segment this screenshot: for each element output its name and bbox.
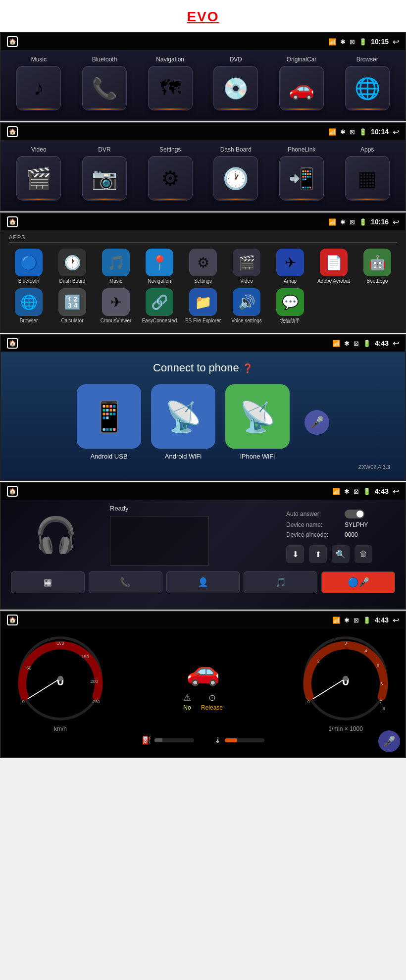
back-icon-3[interactable]: ↩: [393, 217, 399, 227]
app-small-wechat[interactable]: 💬 微信助手: [270, 288, 310, 324]
bt-grid-btn[interactable]: ▦: [11, 571, 85, 593]
app-phonelink[interactable]: PhoneLink 📲: [272, 146, 332, 201]
voice-button-6[interactable]: 🎤: [378, 730, 400, 752]
app-small-video[interactable]: 🎬 Video: [227, 249, 266, 284]
app-small-icon-voice[interactable]: 🔊: [233, 288, 260, 316]
connect-android-usb[interactable]: 📱 Android USB: [77, 384, 141, 460]
app-settings[interactable]: Settings ⚙: [140, 146, 200, 201]
app-navigation[interactable]: Navigation 🗺: [140, 56, 200, 110]
speedometer-svg: 0 50 100 150 200 260 0: [11, 633, 110, 723]
app-icon-music[interactable]: ♪: [16, 66, 61, 110]
back-icon-5[interactable]: ↩: [393, 487, 399, 496]
help-icon[interactable]: ❓: [242, 363, 253, 373]
app-bluetooth[interactable]: Bluetooth 📞: [75, 56, 135, 110]
app-small-amap[interactable]: ✈ Amap: [270, 249, 310, 284]
app-icon-settings[interactable]: ⚙: [148, 156, 193, 201]
app-small-icon-acrobat[interactable]: 📄: [320, 249, 348, 276]
bt-call-icon[interactable]: ⬆: [309, 545, 327, 563]
bt-search-contacts-icon[interactable]: ⬇: [286, 545, 304, 563]
app-small-dashboard[interactable]: 🕐 Dash Board: [52, 249, 92, 284]
app-small-icon-music[interactable]: 🎵: [102, 249, 130, 276]
settings-icon: ⚙: [161, 166, 180, 191]
app-small-icon-bootlogo[interactable]: 🤖: [363, 249, 391, 276]
home-icon-2[interactable]: 🏠: [7, 126, 18, 137]
speed-gauge-label: km/h: [54, 725, 67, 732]
svg-text:6: 6: [380, 681, 383, 686]
app-icon-phonelink[interactable]: 📲: [279, 156, 324, 201]
home-icon-4[interactable]: 🏠: [7, 338, 18, 349]
home-icon-6[interactable]: 🏠: [7, 615, 18, 625]
android-wifi-icon[interactable]: 📡: [151, 384, 215, 449]
cronus-small-icon: ✈: [110, 294, 122, 310]
home-icon-3[interactable]: 🏠: [7, 216, 18, 227]
app-small-voice[interactable]: 🔊 Voice settings: [227, 288, 266, 324]
app-small-calculator[interactable]: 🔢 Calculator: [52, 288, 92, 324]
bt-auto-answer-toggle[interactable]: [345, 510, 364, 518]
app-small-icon-browser[interactable]: 🌐: [15, 288, 43, 316]
home-icon-5[interactable]: 🏠: [7, 486, 18, 497]
app-small-icon-video[interactable]: 🎬: [233, 249, 260, 276]
screen-1: 🏠 📶 ✱ ⊠ 🔋 10:15 ↩ Music ♪ Bluetooth 📞: [0, 32, 406, 121]
app-small-settings[interactable]: ⚙ Settings: [183, 249, 223, 284]
voice-button-4[interactable]: 🎤: [304, 410, 329, 435]
app-small-easyconnect[interactable]: 🔗 EasyConnected: [140, 288, 179, 324]
app-apps[interactable]: Apps ▦: [337, 146, 397, 201]
connect-iphone-wifi[interactable]: 📡 iPhone WiFi: [225, 384, 290, 460]
app-icon-originalcar[interactable]: 🚗: [279, 66, 324, 110]
bt-music-btn[interactable]: 🎵: [244, 571, 317, 593]
connect-android-wifi[interactable]: 📡 Android WiFi: [151, 384, 215, 460]
wechat-small-icon: 💬: [282, 294, 299, 310]
app-small-icon-wechat[interactable]: 💬: [276, 288, 304, 316]
app-icon-navigation[interactable]: 🗺: [148, 66, 193, 110]
bootlogo-small-icon: 🤖: [369, 255, 386, 271]
app-dvd[interactable]: DVD 💿: [206, 56, 266, 110]
app-browser[interactable]: Browser 🌐: [337, 56, 397, 110]
app-small-music[interactable]: 🎵 Music: [96, 249, 136, 284]
back-icon-1[interactable]: ↩: [393, 37, 399, 47]
app-small-icon-bt[interactable]: 🔵: [15, 249, 43, 276]
app-icon-dvr[interactable]: 📷: [82, 156, 127, 201]
app-music[interactable]: Music ♪: [9, 56, 69, 110]
app-small-browser[interactable]: 🌐 Browser: [9, 288, 49, 324]
app-icon-browser[interactable]: 🌐: [345, 66, 390, 110]
app-small-icon-settings[interactable]: ⚙: [189, 249, 217, 276]
app-icon-apps[interactable]: ▦: [345, 156, 390, 201]
app-small-icon-amap[interactable]: ✈: [276, 249, 304, 276]
back-icon-2[interactable]: ↩: [393, 127, 399, 137]
bt-bt-btn[interactable]: 🔵🎤: [321, 571, 395, 593]
svg-line-20: [313, 678, 346, 699]
app-dvr[interactable]: DVR 📷: [75, 146, 135, 201]
home-icon-1[interactable]: 🏠: [7, 36, 18, 47]
android-usb-icon[interactable]: 📱: [77, 384, 141, 449]
app-small-navigation[interactable]: 📍 Navigation: [140, 249, 179, 284]
app-small-bluetooth[interactable]: 🔵 Bluetooth: [9, 249, 49, 284]
app-grid-1: Music ♪ Bluetooth 📞 Navigation 🗺 DVD: [1, 50, 405, 120]
browser-small-icon: 🌐: [20, 294, 38, 310]
bt-find-icon[interactable]: 🔍: [332, 545, 350, 563]
back-icon-6[interactable]: ↩: [393, 616, 399, 625]
app-small-icon-nav[interactable]: 📍: [146, 249, 173, 276]
app-small-bootlogo[interactable]: 🤖 BootLogo: [357, 249, 397, 284]
bt-delete-icon[interactable]: 🗑: [355, 545, 372, 563]
app-small-esfile[interactable]: 📁 ES File Explorer: [183, 288, 223, 324]
app-video[interactable]: Video 🎬: [9, 146, 69, 201]
app-small-acrobat[interactable]: 📄 Adobe Acrobat: [314, 249, 354, 284]
app-small-icon-easyconnect[interactable]: 🔗: [146, 288, 173, 316]
app-small-icon-cronus[interactable]: ✈: [102, 288, 130, 316]
app-icon-bluetooth[interactable]: 📞: [82, 66, 127, 110]
esfile-small-icon: 📁: [195, 294, 212, 310]
app-icon-dvd[interactable]: 💿: [213, 66, 258, 110]
app-icon-dashboard[interactable]: 🕐: [213, 156, 258, 201]
app-small-cronus[interactable]: ✈ CronusViewer: [96, 288, 136, 324]
app-icon-video[interactable]: 🎬: [16, 156, 61, 201]
back-icon-4[interactable]: ↩: [393, 339, 399, 348]
bt-dial-btn[interactable]: 📞: [89, 571, 162, 593]
app-originalcar[interactable]: OriginalCar 🚗: [272, 56, 332, 110]
app-dashboard[interactable]: Dash Board 🕐: [206, 146, 266, 201]
app-small-icon-dash[interactable]: 🕐: [58, 249, 86, 276]
app-small-icon-calculator[interactable]: 🔢: [58, 288, 86, 316]
iphone-wifi-icon[interactable]: 📡: [225, 384, 290, 449]
bt-device-list[interactable]: [110, 516, 209, 566]
app-small-icon-esfile[interactable]: 📁: [189, 288, 217, 316]
bt-contacts-btn[interactable]: 👤: [166, 571, 240, 593]
